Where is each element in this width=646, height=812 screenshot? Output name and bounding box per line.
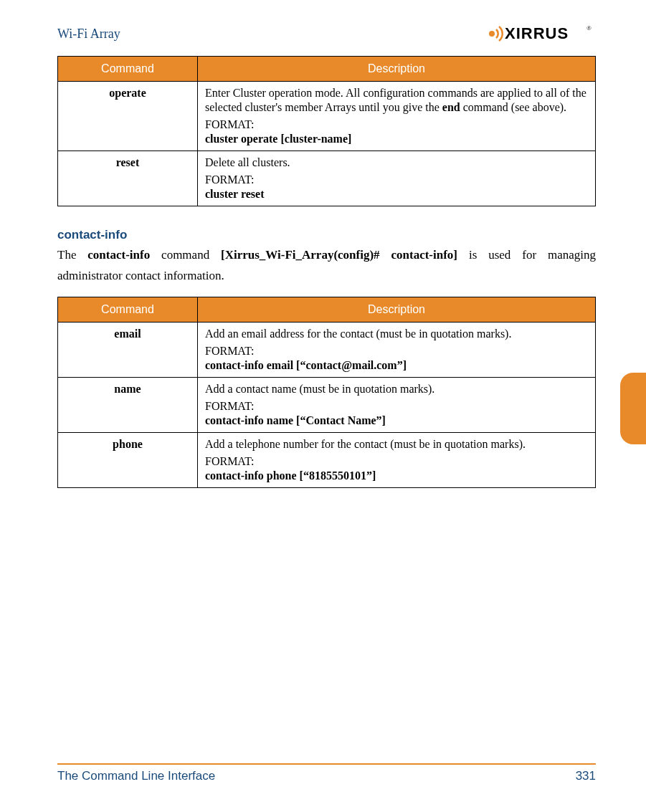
contact-info-commands-table: Command Description email Add an email a… — [57, 297, 596, 488]
table1-header-command: Command — [58, 57, 198, 82]
section-bold: [Xirrus_Wi-Fi_Array(config)# contact-inf… — [221, 248, 457, 262]
command-name: operate — [58, 82, 198, 151]
table1-header-description: Description — [198, 57, 596, 82]
format-label: FORMAT: — [205, 344, 588, 358]
command-description: Add a contact name (must be in quotation… — [198, 377, 596, 432]
table-row: operate Enter Cluster operation mode. Al… — [58, 82, 596, 151]
table-row: email Add an email address for the conta… — [58, 322, 596, 377]
command-name: reset — [58, 151, 198, 206]
desc-text: Delete all clusters. — [205, 156, 588, 170]
desc-bold: end — [442, 101, 460, 113]
command-name: name — [58, 377, 198, 432]
table-row: phone Add a telephone number for the con… — [58, 432, 596, 487]
format-label: FORMAT: — [205, 399, 588, 414]
command-description: Add a telephone number for the contact (… — [198, 432, 596, 487]
footer-page-number: 331 — [576, 769, 596, 783]
format-label: FORMAT: — [205, 118, 588, 132]
svg-text:XIRRUS: XIRRUS — [505, 24, 569, 42]
command-description: Add an email address for the contact (mu… — [198, 322, 596, 377]
header-title: Wi-Fi Array — [57, 27, 120, 42]
format-label: FORMAT: — [205, 173, 588, 187]
format-code: cluster reset — [205, 187, 588, 201]
side-thumb-tab — [620, 373, 646, 444]
format-code: contact-info name [“Contact Name”] — [205, 414, 588, 428]
page-footer: The Command Line Interface 331 — [57, 763, 596, 783]
format-label: FORMAT: — [205, 454, 588, 469]
footer-divider — [57, 763, 596, 765]
section-bold: contact-info — [87, 248, 150, 262]
cluster-commands-table: Command Description operate Enter Cluste… — [57, 56, 596, 206]
format-code: contact-info email [“contact@mail.com”] — [205, 358, 588, 373]
section-text: command — [150, 248, 221, 262]
svg-point-0 — [489, 31, 495, 37]
command-description: Delete all clusters. FORMAT: cluster res… — [198, 151, 596, 206]
table2-header-description: Description — [198, 297, 596, 322]
footer-chapter-title: The Command Line Interface — [57, 769, 215, 783]
page-header: Wi-Fi Array XIRRUS ® — [57, 23, 596, 44]
desc-text: Add a contact name (must be in quotation… — [205, 382, 588, 396]
command-name: phone — [58, 432, 198, 487]
command-description: Enter Cluster operation mode. All config… — [198, 82, 596, 151]
format-code: cluster operate [cluster-name] — [205, 132, 588, 146]
table-row: name Add a contact name (must be in quot… — [58, 377, 596, 432]
svg-text:®: ® — [586, 24, 592, 32]
brand-logo: XIRRUS ® — [481, 23, 596, 44]
table2-header-command: Command — [58, 297, 198, 322]
section-heading-contact-info: contact-info — [57, 228, 596, 242]
desc-text: Add an email address for the contact (mu… — [205, 327, 588, 341]
section-paragraph: The contact-info command [Xirrus_Wi-Fi_A… — [57, 245, 596, 287]
xirrus-logo-icon: XIRRUS ® — [481, 23, 596, 44]
desc-text: Add a telephone number for the contact (… — [205, 437, 588, 452]
format-code: contact-info phone [“8185550101”] — [205, 469, 588, 483]
section-text: The — [57, 248, 87, 262]
desc-text: command (see above). — [460, 101, 566, 113]
table-row: reset Delete all clusters. FORMAT: clust… — [58, 151, 596, 206]
command-name: email — [58, 322, 198, 377]
